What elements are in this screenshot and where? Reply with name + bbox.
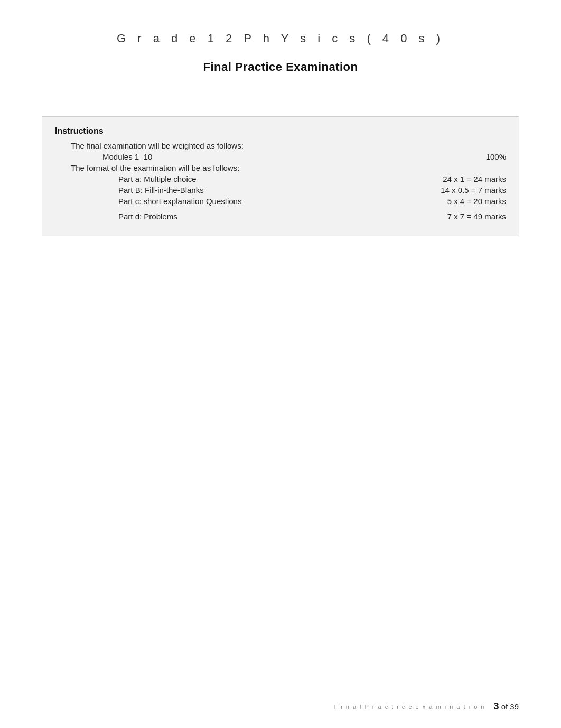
instructions-box: Instructions The final examination will … (42, 116, 519, 236)
part-d-value: 7 x 7 = 49 marks (422, 212, 506, 221)
course-title: G r a d e 1 2 P h Y s i c s ( 4 0 s ) (42, 32, 519, 45)
instructions-content: The final examination will be weighted a… (55, 141, 506, 221)
part-c-row: Part c: short explanation Questions 5 x … (71, 197, 506, 206)
intro2-label: The format of the examination will be as… (71, 163, 506, 172)
instructions-intro2-row: The format of the examination will be as… (71, 163, 506, 172)
footer-watermark: F i n a l P r a c t i c e e x a m i n a … (333, 704, 485, 710)
part-a-value: 24 x 1 = 24 marks (422, 174, 506, 183)
page-container: G r a d e 1 2 P h Y s i c s ( 4 0 s ) Fi… (0, 0, 561, 728)
part-c-label: Part c: short explanation Questions (118, 197, 422, 206)
part-b-label: Part B: Fill-in-the-Blanks (118, 186, 422, 195)
part-d-row: Part d: Problems 7 x 7 = 49 marks (71, 212, 506, 221)
header-section: G r a d e 1 2 P h Y s i c s ( 4 0 s ) Fi… (42, 32, 519, 74)
instructions-heading: Instructions (55, 126, 506, 136)
part-c-value: 5 x 4 = 20 marks (422, 197, 506, 206)
part-a-row: Part a: Multiple choice 24 x 1 = 24 mark… (71, 174, 506, 183)
footer-page-of: of 39 (501, 702, 519, 711)
modules-value: 100% (422, 152, 506, 161)
exam-title: Final Practice Examination (42, 60, 519, 74)
footer: F i n a l P r a c t i c e e x a m i n a … (333, 701, 519, 712)
part-b-value: 14 x 0.5 = 7 marks (422, 186, 506, 195)
footer-page: 3 of 39 (493, 701, 519, 712)
part-a-label: Part a: Multiple choice (118, 174, 422, 183)
intro1-label: The final examination will be weighted a… (71, 141, 506, 150)
part-b-row: Part B: Fill-in-the-Blanks 14 x 0.5 = 7 … (71, 186, 506, 195)
modules-row: Modules 1–10 100% (71, 152, 506, 161)
modules-label: Modules 1–10 (102, 152, 422, 161)
part-d-label: Part d: Problems (118, 212, 422, 221)
instructions-intro1-row: The final examination will be weighted a… (71, 141, 506, 150)
footer-page-current: 3 (493, 701, 499, 712)
